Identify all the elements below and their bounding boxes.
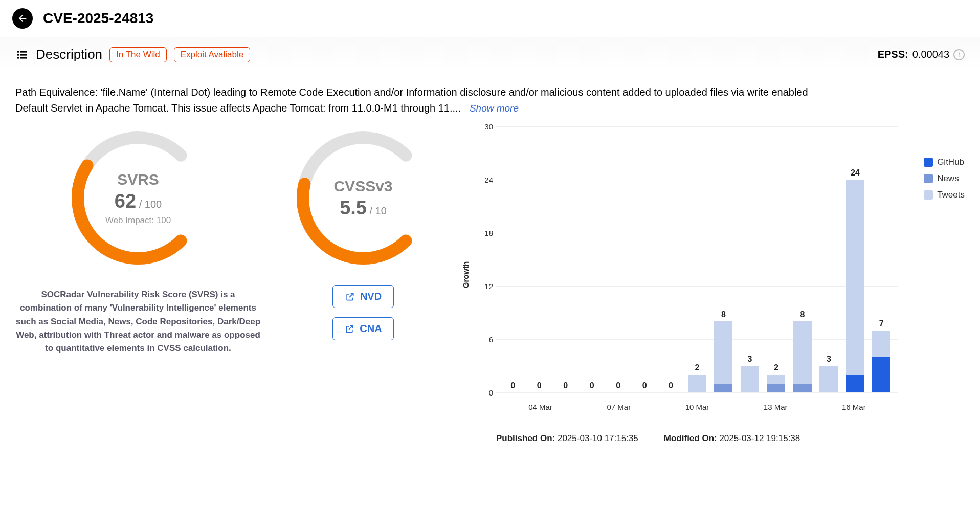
svg-rect-5: [20, 57, 27, 58]
bar: 2: [765, 126, 788, 392]
legend-swatch: [924, 174, 933, 183]
bar-total-label: 0: [669, 381, 673, 390]
svg-rect-2: [17, 54, 19, 55]
bar-segment: [793, 384, 812, 392]
bar-segment: [767, 384, 785, 392]
legend-swatch: [924, 190, 933, 200]
y-tick: 12: [484, 282, 493, 291]
y-tick: 0: [489, 388, 493, 397]
bar-segment: [767, 375, 785, 383]
legend-label: Tweets: [937, 190, 965, 200]
published-value: 2025-03-10 17:15:35: [558, 433, 638, 443]
bar-segment: [714, 384, 732, 392]
x-tick: [501, 398, 527, 423]
svrs-gauge: SVRS 62 / 100 Web Impact: 100: [66, 126, 210, 270]
bar: 3: [738, 126, 761, 392]
x-tick: 10 Mar: [684, 398, 710, 423]
cvss-value: 5.5: [340, 197, 367, 218]
bar-segment: [793, 321, 812, 383]
legend-item: Tweets: [924, 190, 965, 200]
bar-segment: [872, 331, 890, 357]
growth-chart: Growth 0612182430 0000000283283247 04 Ma…: [465, 126, 965, 444]
chart-legend: GitHubNewsTweets: [924, 157, 965, 200]
bar: 0: [659, 126, 682, 392]
y-tick: 24: [484, 176, 493, 184]
legend-swatch: [924, 158, 933, 167]
page-header: CVE-2025-24813: [0, 0, 980, 37]
cvss-denom: / 10: [367, 205, 387, 216]
published-label: Published On:: [496, 433, 558, 443]
cna-link-button[interactable]: CNA: [332, 317, 393, 340]
x-tick: 13 Mar: [763, 398, 789, 423]
svg-rect-0: [17, 51, 19, 52]
bar: 8: [712, 126, 735, 392]
bar-total-label: 2: [695, 363, 700, 372]
bar-total-label: 24: [851, 168, 860, 178]
x-tick: [815, 398, 841, 423]
bar: 0: [554, 126, 577, 392]
nvd-label: NVD: [360, 291, 382, 302]
svg-rect-3: [20, 54, 27, 55]
bar-segment: [846, 180, 864, 375]
svrs-description: SOCRadar Vulnerability Risk Score (SVRS)…: [15, 288, 261, 356]
show-more-link[interactable]: Show more: [470, 103, 519, 114]
bar-total-label: 8: [800, 310, 805, 319]
x-tick: [553, 398, 580, 423]
y-tick: 6: [489, 335, 493, 344]
y-tick: 18: [484, 229, 493, 237]
epss-score: EPSS: 0.00043 i: [878, 49, 965, 60]
cvss-name: CVSSv3: [333, 178, 392, 195]
epss-value: 0.00043: [912, 49, 949, 60]
list-icon: [15, 48, 29, 61]
x-tick: [789, 398, 815, 423]
bar: 3: [817, 126, 840, 392]
x-tick: [867, 398, 893, 423]
arrow-left-icon: [17, 13, 28, 24]
description-text: Path Equivalence: 'file.Name' (Internal …: [15, 84, 834, 116]
svrs-sub: Web Impact: 100: [105, 215, 171, 226]
bar-total-label: 0: [590, 381, 594, 390]
svrs-denom: / 100: [136, 199, 162, 210]
x-tick: 16 Mar: [841, 398, 867, 423]
svrs-panel: SVRS 62 / 100 Web Impact: 100 SOCRadar V…: [15, 126, 261, 356]
modified-value: 2025-03-12 19:15:38: [719, 433, 800, 443]
x-tick: 04 Mar: [527, 398, 553, 423]
bar-segment: [688, 375, 706, 392]
svrs-name: SVRS: [117, 171, 159, 188]
section-title: Description: [36, 47, 102, 62]
section-header: Description In The Wild Exploit Avaliabl…: [0, 37, 980, 72]
bar: 0: [633, 126, 656, 392]
bar-total-label: 0: [642, 381, 647, 390]
x-tick: [710, 398, 737, 423]
bar-segment: [714, 321, 732, 383]
bar-segment: [872, 357, 890, 392]
bar: 2: [685, 126, 708, 392]
bar: 0: [527, 126, 550, 392]
epss-label: EPSS:: [878, 49, 908, 60]
external-link-icon: [344, 324, 354, 334]
y-axis-label: Growth: [461, 261, 470, 289]
x-tick: [737, 398, 763, 423]
cna-label: CNA: [360, 323, 382, 335]
legend-label: GitHub: [937, 157, 964, 167]
bar: 7: [870, 126, 893, 392]
bar-total-label: 0: [537, 381, 542, 390]
bar-segment: [819, 366, 838, 392]
x-tick: [658, 398, 684, 423]
description-body: Path Equivalence: 'file.Name' (Internal …: [15, 86, 808, 114]
date-footer: Published On: 2025-03-10 17:15:35 Modifi…: [465, 433, 965, 444]
bar-total-label: 2: [774, 363, 778, 372]
back-button[interactable]: [12, 8, 33, 29]
x-tick: [632, 398, 658, 423]
bar: 0: [501, 126, 524, 392]
info-icon[interactable]: i: [953, 49, 965, 60]
x-tick: [580, 398, 606, 423]
bar-segment: [846, 375, 864, 392]
cvss-panel: CVSSv3 5.5 / 10 NVD CNA: [292, 126, 435, 340]
bar-total-label: 3: [827, 355, 831, 364]
badge-in-the-wild: In The Wild: [109, 47, 167, 62]
bar-total-label: 0: [563, 381, 568, 390]
svrs-value: 62: [115, 190, 136, 212]
bar-total-label: 7: [879, 319, 884, 328]
nvd-link-button[interactable]: NVD: [332, 285, 393, 308]
